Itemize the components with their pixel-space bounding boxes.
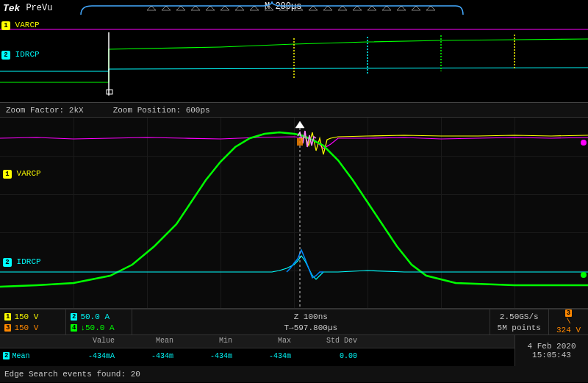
stats-row-ch2: 2 Mean -434mA -434m -434m -434m 0.00 [0, 348, 514, 363]
ch2-indicator: 2 [1, 51, 10, 60]
svg-marker-17 [397, 6, 406, 10]
stats-col-mean: Mean [118, 335, 176, 348]
svg-marker-10 [294, 6, 303, 10]
status-sample: 2.50GS/s 5M points [490, 309, 549, 334]
main-ch1-label: 1 VARCP [3, 169, 41, 179]
svg-marker-18 [412, 6, 420, 10]
svg-rect-28 [297, 138, 303, 146]
status-z-time: Z 100ns [294, 312, 328, 321]
svg-marker-2 [176, 6, 185, 10]
svg-marker-4 [206, 6, 215, 10]
status-timing: Z 100ns T→597.800µs [132, 309, 490, 334]
stats-r1-mean: -434m [118, 351, 176, 362]
overview-section: Tek PreVu M 200µs [0, 0, 588, 103]
s-ch3r-volt: 324 V [556, 326, 581, 334]
s-ch2-num: 2 [71, 313, 77, 321]
stats-ch2-num: 2 [3, 352, 10, 359]
svg-marker-13 [338, 6, 347, 10]
overview-waveform [0, 16, 588, 96]
zoom-factor: Zoom Factor: 2kX [6, 106, 84, 115]
svg-marker-3 [191, 6, 200, 10]
s-ch1-volt: 150 V [14, 312, 38, 321]
stats-r1-stddev: 0.00 [294, 351, 360, 362]
prevu-label: PreVu [26, 3, 52, 13]
status-left-channels: 1 150 V 3 150 V [0, 309, 66, 334]
svg-marker-7 [250, 6, 259, 10]
svg-marker-26 [295, 121, 304, 128]
brace-svg [74, 0, 470, 16]
status-bar-full: 1 150 V 3 150 V 2 50.0 A 4 ↓50.0 A Z 100… [0, 309, 588, 335]
s-ch3-volt: 150 V [14, 323, 38, 332]
edge-search-text: Edge Search events found: 20 [4, 370, 140, 379]
s-ch4-volt: ↓50.0 A [80, 323, 114, 332]
s-ch2-volt: 50.0 A [80, 312, 110, 321]
svg-marker-15 [368, 6, 376, 10]
status-ch1-row: 1 150 V [4, 312, 61, 321]
status-t-time: T→597.800µs [284, 323, 337, 332]
status-ch4-row: 4 ↓50.0 A [71, 323, 127, 332]
svg-marker-0 [147, 6, 156, 10]
svg-marker-19 [426, 6, 435, 10]
status-ch3-row: 3 150 V [4, 323, 61, 332]
svg-marker-6 [235, 6, 244, 10]
stats-r1-max: -434m [235, 351, 294, 362]
main-ch1-indicator: 1 [3, 170, 12, 179]
stats-ch2-label: 2 Mean [0, 351, 59, 362]
main-ch2-label: 2 IDRCP [3, 257, 41, 267]
stats-r1-value: -434mA [59, 351, 118, 362]
stats-col-ch [0, 335, 59, 348]
svg-marker-16 [382, 6, 391, 10]
svg-marker-11 [309, 6, 318, 10]
stats-table: Value Mean Min Max Std Dev 2 Mean -434mA… [0, 335, 514, 366]
svg-marker-14 [353, 6, 362, 10]
zoom-position: Zoom Position: 600ps [113, 106, 210, 115]
tek-logo: Tek [3, 3, 20, 14]
ch1-indicator: 1 [1, 21, 10, 30]
main-waveform-svg [0, 118, 588, 308]
svg-marker-5 [220, 6, 229, 10]
svg-marker-9 [279, 6, 288, 10]
ch2-right-marker [581, 272, 587, 278]
status-ch2-row: 2 50.0 A [71, 312, 127, 321]
s-ch3-num: 3 [4, 324, 11, 332]
status-ch3-right: 3 \ 324 V [549, 309, 588, 334]
svg-marker-12 [323, 6, 332, 10]
s-ch3r-num: 3 [565, 309, 572, 317]
stats-col-max: Max [235, 335, 294, 348]
stats-header: Value Mean Min Max Std Dev [0, 335, 514, 348]
s-ch3r-val: \ [566, 317, 571, 326]
date-display: 4 Feb 2020 [527, 342, 576, 351]
stats-col-stddev: Std Dev [294, 335, 360, 348]
main-ch2-indicator: 2 [3, 258, 12, 267]
status-points: 5M points [498, 323, 541, 332]
stats-r1-min: -434m [176, 351, 235, 362]
zoom-info-bar: Zoom Factor: 2kX Zoom Position: 600ps [0, 103, 588, 118]
stats-col-value: Value [59, 335, 118, 348]
s-ch1-num: 1 [4, 313, 11, 321]
s-ch4-num: 4 [71, 324, 77, 332]
ch1-right-marker [581, 140, 587, 146]
svg-marker-1 [162, 6, 171, 10]
overview-ch2-label: 2 IDRCP [1, 50, 40, 60]
datetime-box: 4 Feb 2020 15:05:43 [514, 335, 588, 366]
stats-col-min: Min [176, 335, 235, 348]
status-right-channels: 2 50.0 A 4 ↓50.0 A [66, 309, 132, 334]
edge-search-bar: Edge Search events found: 20 [0, 366, 588, 382]
svg-rect-21 [107, 90, 112, 94]
status-sample-rate: 2.50GS/s [500, 312, 539, 321]
svg-marker-8 [265, 6, 273, 10]
overview-ch1-label: 1 VARCP [1, 21, 40, 30]
main-waveform-area: 1 VARCP 2 IDRCP [0, 118, 588, 309]
time-display: 15:05:43 [532, 351, 571, 359]
